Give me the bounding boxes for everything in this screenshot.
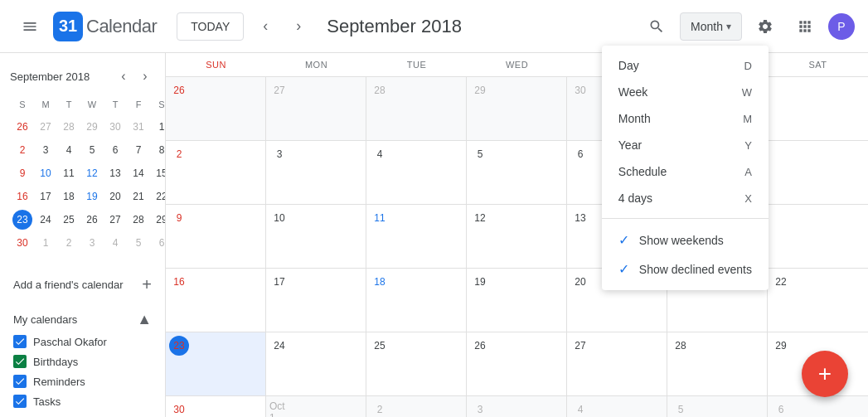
cal-cell[interactable]: 23 [166, 332, 266, 395]
my-calendar-item[interactable]: Birthdays [10, 352, 155, 371]
cal-date[interactable]: 11 [370, 208, 390, 228]
mini-cal-cell[interactable]: 28 [128, 209, 149, 230]
mini-cal-cell[interactable]: 14 [128, 162, 149, 184]
cal-date[interactable]: 9 [169, 208, 189, 228]
dropdown-item-week[interactable]: WeekW [602, 79, 769, 105]
dropdown-item-day[interactable]: DayD [602, 52, 769, 79]
cal-date[interactable]: 22 [771, 272, 791, 292]
cal-cell[interactable]: Oct 1National Day [266, 396, 366, 417]
cal-date[interactable]: 5 [470, 144, 490, 164]
mini-cal-cell[interactable]: 2 [12, 139, 33, 161]
cal-date[interactable]: 12 [470, 208, 490, 228]
mini-cal-cell[interactable]: 26 [12, 116, 33, 138]
cal-date[interactable]: 2 [370, 400, 390, 417]
mini-cal-cell[interactable]: 26 [81, 209, 103, 230]
mini-cal-cell[interactable]: 25 [58, 209, 80, 230]
cal-date[interactable]: 18 [370, 272, 390, 292]
dropdown-check-item[interactable]: ✓Show declined events [602, 255, 769, 284]
cal-cell[interactable]: 6 [768, 396, 868, 417]
mini-cal-cell[interactable]: 12 [81, 162, 103, 184]
cal-date[interactable]: 6 [570, 144, 590, 164]
my-calendar-item[interactable]: Reminders [10, 371, 155, 391]
cal-cell[interactable] [768, 141, 868, 204]
mini-cal-cell[interactable]: 19 [81, 186, 103, 207]
mini-cal-cell[interactable]: 17 [35, 186, 56, 207]
cal-cell[interactable]: 30 [166, 396, 266, 417]
mini-cal-cell[interactable]: 6 [151, 232, 166, 254]
cal-date[interactable]: 26 [169, 80, 189, 100]
cal-date[interactable]: 26 [470, 336, 490, 356]
mini-cal-cell[interactable]: 18 [58, 186, 80, 207]
cal-date[interactable]: 24 [269, 336, 289, 356]
mini-cal-cell[interactable]: 29 [81, 116, 103, 138]
cal-date[interactable]: 2 [169, 144, 189, 164]
cal-cell[interactable]: 3 [266, 141, 366, 204]
add-friend[interactable]: Add a friend's calendar + [10, 269, 155, 301]
mini-cal-cell[interactable]: 21 [128, 186, 149, 207]
cal-cell[interactable]: 3 [467, 396, 567, 417]
month-dropdown-button[interactable]: Month ▾ [680, 12, 742, 41]
cal-date[interactable]: 30 [570, 80, 590, 100]
mini-cal-cell[interactable]: 30 [104, 116, 126, 138]
cal-date[interactable]: Oct 1 [269, 402, 289, 417]
cal-date[interactable]: 17 [269, 272, 289, 292]
calendar-checkbox[interactable] [13, 355, 27, 368]
cal-date[interactable]: 27 [269, 80, 289, 100]
cal-cell[interactable]: 22 [768, 269, 868, 332]
my-calendar-item[interactable]: Paschal Okafor [10, 332, 155, 352]
mini-cal-next[interactable]: › [135, 66, 155, 86]
cal-date[interactable]: 3 [470, 400, 490, 417]
cal-cell[interactable] [768, 77, 868, 140]
mini-cal-cell[interactable]: 1 [35, 232, 56, 254]
dropdown-item-4-days[interactable]: 4 daysX [602, 185, 769, 211]
next-button[interactable]: › [284, 12, 313, 41]
today-button[interactable]: TODAY [177, 12, 244, 41]
cal-date[interactable]: 28 [671, 336, 691, 356]
cal-date[interactable]: 13 [570, 208, 590, 228]
mini-cal-cell[interactable]: 22 [151, 186, 166, 207]
avatar[interactable]: P [828, 13, 855, 40]
mini-cal-cell[interactable]: 9 [12, 162, 33, 184]
menu-button[interactable] [13, 10, 46, 43]
cal-date[interactable]: 16 [169, 272, 189, 292]
cal-date[interactable]: 19 [470, 272, 490, 292]
cal-cell[interactable]: 28 [366, 77, 467, 140]
cal-date[interactable]: 30 [169, 400, 189, 417]
calendar-checkbox[interactable] [13, 395, 27, 408]
cal-date[interactable]: 3 [269, 144, 289, 164]
cal-cell[interactable]: 5 [467, 141, 567, 204]
mini-cal-cell[interactable]: 15 [151, 162, 166, 184]
cal-date[interactable]: 27 [570, 336, 590, 356]
mini-cal-cell[interactable]: 16 [12, 186, 33, 207]
mini-cal-cell[interactable]: 4 [58, 139, 80, 161]
cal-cell[interactable]: 17 [266, 269, 366, 332]
cal-cell[interactable]: 29 [467, 77, 567, 140]
dropdown-item-year[interactable]: YearY [602, 132, 769, 158]
mini-cal-cell[interactable]: 7 [128, 139, 149, 161]
mini-cal-cell[interactable]: 31 [128, 116, 149, 138]
mini-cal-cell[interactable]: 29 [151, 209, 166, 230]
mini-cal-cell[interactable]: 30 [12, 232, 33, 254]
cal-cell[interactable]: 19 [467, 269, 567, 332]
cal-date[interactable]: 25 [370, 336, 390, 356]
mini-cal-cell[interactable]: 13 [104, 162, 126, 184]
dropdown-item-schedule[interactable]: ScheduleA [602, 158, 769, 185]
mini-cal-cell[interactable]: 3 [81, 232, 103, 254]
cal-cell[interactable]: 4 [567, 396, 667, 417]
cal-date[interactable]: 5 [671, 400, 691, 417]
my-calendars-header[interactable]: My calendars ▲ [10, 308, 155, 332]
mini-cal-cell[interactable]: 5 [128, 232, 149, 254]
mini-cal-cell[interactable]: 6 [104, 139, 126, 161]
cal-cell[interactable]: 26 [467, 332, 567, 395]
calendar-checkbox[interactable] [13, 375, 27, 388]
dropdown-item-month[interactable]: MonthM [602, 105, 769, 132]
cal-cell[interactable]: 27 [567, 332, 667, 395]
cal-cell[interactable]: 10 [266, 205, 366, 268]
mini-cal-cell[interactable]: 3 [35, 139, 56, 161]
fab-button[interactable]: + [802, 351, 848, 397]
mini-cal-cell[interactable]: 1 [151, 116, 166, 138]
cal-cell[interactable]: 16 [166, 269, 266, 332]
mini-cal-cell[interactable]: 5 [81, 139, 103, 161]
mini-cal-cell[interactable]: 2 [58, 232, 80, 254]
mini-cal-cell[interactable]: 8 [151, 139, 166, 161]
